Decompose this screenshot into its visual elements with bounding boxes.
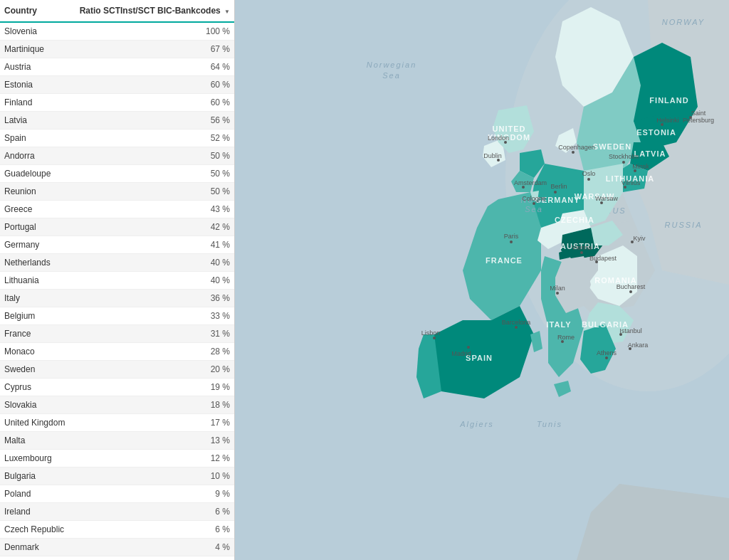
table-row[interactable]: Romania4 %	[0, 556, 234, 561]
country-cell: Austria	[0, 58, 71, 76]
stockholm-dot	[622, 161, 625, 164]
ratio-cell: 9 %	[71, 485, 234, 503]
ratio-cell: 60 %	[71, 76, 234, 94]
table-row[interactable]: Ireland6 %	[0, 503, 234, 521]
bucharest-dot	[629, 290, 632, 293]
country-cell: Slovakia	[0, 396, 71, 414]
table-row[interactable]: Lithuania40 %	[0, 272, 234, 290]
ratio-cell: 6 %	[71, 503, 234, 521]
country-cell: Latvia	[0, 112, 71, 130]
country-cell: Sweden	[0, 361, 71, 379]
london-dot	[504, 141, 507, 144]
cologne-dot	[533, 202, 535, 205]
country-cell: Cyprus	[0, 379, 71, 396]
vienna-dot	[580, 251, 583, 254]
table-row[interactable]: Czech Republic6 %	[0, 521, 234, 539]
country-cell: Andorra	[0, 147, 71, 165]
table-row[interactable]: Austria64 %	[0, 58, 234, 76]
madrid-dot	[467, 346, 470, 349]
country-cell: Portugal	[0, 218, 71, 236]
table-row[interactable]: Cyprus19 %	[0, 379, 234, 396]
country-cell: Germany	[0, 236, 71, 254]
country-cell: Monaco	[0, 343, 71, 361]
country-cell: Bulgaria	[0, 467, 71, 485]
ratio-cell: 64 %	[71, 58, 234, 76]
table-row[interactable]: Sweden20 %	[0, 361, 234, 379]
country-cell: Ireland	[0, 503, 71, 521]
ratio-cell: 50 %	[71, 147, 234, 165]
table-row[interactable]: Denmark4 %	[0, 539, 234, 556]
country-cell: Lithuania	[0, 272, 71, 290]
europe-map-panel: RUSSIA BELARUS UKRAINE	[235, 0, 729, 560]
country-cell: Finland	[0, 94, 71, 112]
ratio-cell: 43 %	[71, 201, 234, 218]
ratio-cell: 18 %	[71, 396, 234, 414]
barcelona-dot	[515, 326, 518, 329]
ratio-cell: 42 %	[71, 218, 234, 236]
ratio-cell: 67 %	[71, 41, 234, 58]
amsterdam-dot	[522, 186, 525, 189]
milan-dot	[556, 292, 559, 295]
country-cell: Spain	[0, 130, 71, 147]
ratio-cell: 56 %	[71, 112, 234, 130]
vilnius-dot	[624, 186, 626, 189]
table-row[interactable]: France31 %	[0, 325, 234, 343]
ratio-cell: 50 %	[71, 183, 234, 201]
table-row[interactable]: Spain52 %	[0, 130, 234, 147]
table-row[interactable]: Germany41 %	[0, 236, 234, 254]
country-cell: Reunion	[0, 183, 71, 201]
lisbon-dot	[433, 337, 436, 339]
table-row[interactable]: Malta13 %	[0, 432, 234, 450]
ratio-cell: 31 %	[71, 325, 234, 343]
table-row[interactable]: Italy36 %	[0, 290, 234, 307]
table-row[interactable]: Reunion50 %	[0, 183, 234, 201]
ratio-cell: 41 %	[71, 236, 234, 254]
table-row[interactable]: Belgium33 %	[0, 307, 234, 325]
table-row[interactable]: Luxembourg12 %	[0, 450, 234, 467]
table-row[interactable]: Finland60 %	[0, 94, 234, 112]
ratio-cell: 40 %	[71, 254, 234, 272]
dublin-dot	[497, 159, 500, 162]
table-row[interactable]: Monaco28 %	[0, 343, 234, 361]
athens-dot	[605, 356, 608, 359]
table-row[interactable]: Portugal42 %	[0, 218, 234, 236]
berlin-dot	[554, 191, 557, 194]
ratio-cell: 4 %	[71, 556, 234, 561]
table-row[interactable]: United Kingdom17 %	[0, 414, 234, 432]
country-cell: Italy	[0, 290, 71, 307]
ratio-cell: 60 %	[71, 94, 234, 112]
istanbul-dot	[619, 333, 622, 336]
ratio-cell: 17 %	[71, 414, 234, 432]
data-table-panel[interactable]: Country Ratio SCTInst/SCT BIC-Bankcodes …	[0, 0, 235, 560]
table-row[interactable]: Bulgaria10 %	[0, 467, 234, 485]
country-cell: Guadeloupe	[0, 165, 71, 183]
country-cell: Czech Republic	[0, 521, 71, 539]
country-cell: Slovenia	[0, 22, 71, 41]
table-row[interactable]: Slovakia18 %	[0, 396, 234, 414]
table-row[interactable]: Poland9 %	[0, 485, 234, 503]
col-country-header[interactable]: Country	[0, 0, 71, 22]
table-row[interactable]: Andorra50 %	[0, 147, 234, 165]
ratio-cell: 33 %	[71, 307, 234, 325]
spb-dot	[689, 116, 692, 119]
col-ratio-header[interactable]: Ratio SCTInst/SCT BIC-Bankcodes ▼	[71, 0, 234, 22]
ankara-dot	[629, 347, 631, 350]
sort-arrow-icon: ▼	[224, 9, 230, 15]
ratio-cell: 12 %	[71, 450, 234, 467]
ratio-cell: 10 %	[71, 467, 234, 485]
table-row[interactable]: Slovenia100 %	[0, 22, 234, 41]
warsaw-dot	[600, 201, 603, 204]
country-cell: Martinique	[0, 41, 71, 58]
ratio-cell: 28 %	[71, 343, 234, 361]
budapest-dot	[595, 260, 598, 263]
table-row[interactable]: Estonia60 %	[0, 76, 234, 94]
table-row[interactable]: Guadeloupe50 %	[0, 165, 234, 183]
country-cell: Denmark	[0, 539, 71, 556]
table-row[interactable]: Greece43 %	[0, 201, 234, 218]
table-row[interactable]: Netherlands40 %	[0, 254, 234, 272]
ratio-cell: 4 %	[71, 539, 234, 556]
ratio-cell: 19 %	[71, 379, 234, 396]
table-row[interactable]: Martinique67 %	[0, 41, 234, 58]
kyiv-dot	[631, 241, 634, 243]
table-row[interactable]: Latvia56 %	[0, 112, 234, 130]
